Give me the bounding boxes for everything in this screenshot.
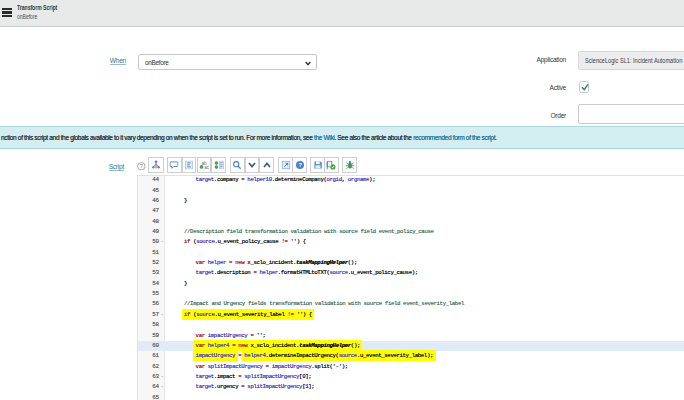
svg-text:ac: ac — [204, 165, 209, 169]
svg-text:?: ? — [298, 162, 302, 168]
svg-text:?: ? — [140, 163, 143, 169]
